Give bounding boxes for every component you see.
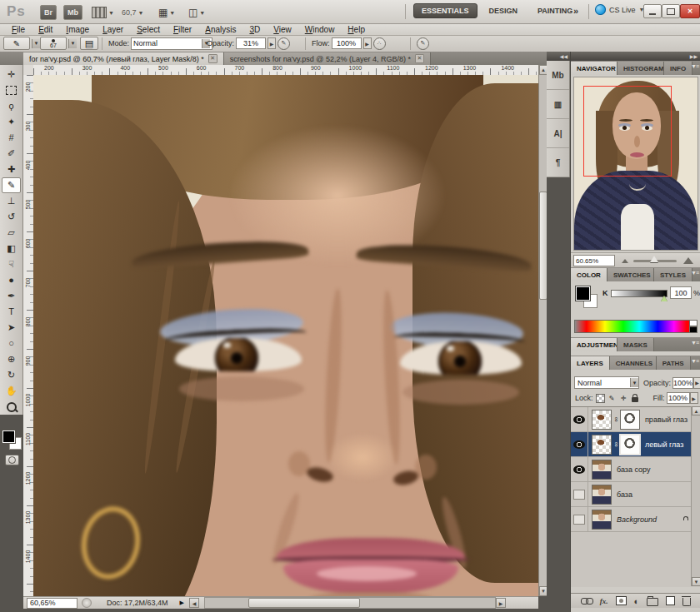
layers-fill-arrow[interactable]: ▶	[690, 392, 698, 404]
layer-row[interactable]: Background	[571, 507, 700, 532]
layers-blend-mode-select[interactable]: Normal ▼	[574, 376, 639, 389]
dock-collapse-button[interactable]: ◀◀	[547, 52, 570, 61]
k-channel-slider[interactable]	[611, 290, 668, 297]
layer-mask-thumbnail[interactable]	[620, 410, 640, 430]
maximize-button[interactable]	[662, 4, 680, 18]
crop-tool[interactable]: #	[2, 130, 21, 146]
layer-visibility-toggle[interactable]	[571, 507, 588, 531]
paragraph-panel-icon[interactable]: ¶	[547, 148, 569, 177]
layer-thumbnail[interactable]	[592, 435, 612, 455]
3d-rotate-tool[interactable]: ⊕	[2, 351, 21, 367]
layer-visibility-toggle[interactable]	[571, 457, 588, 481]
horizontal-scrollbar-thumb[interactable]	[248, 598, 360, 608]
layer-visibility-toggle[interactable]	[571, 432, 588, 456]
opacity-slider-arrow[interactable]: ▶	[268, 37, 276, 49]
brush-tool[interactable]: ✎	[2, 177, 21, 193]
lock-paint-icon[interactable]: ✎	[608, 394, 617, 403]
panel-tab-channels[interactable]: CHANNELS	[610, 356, 657, 370]
add-layer-mask-icon[interactable]	[616, 596, 627, 605]
layer-row[interactable]: ∞левый глаз	[571, 432, 700, 457]
panel-dock-collapse-button[interactable]: ▶▶	[571, 52, 700, 61]
menu-filter[interactable]: Filter	[167, 24, 198, 35]
eraser-tool[interactable]: ▱	[2, 225, 21, 241]
launch-minibridge-button[interactable]: Mb	[63, 5, 82, 20]
lock-position-icon[interactable]: ✛	[619, 394, 628, 403]
workspace-overflow-button[interactable]: »	[573, 6, 578, 16]
layer-thumbnail[interactable]	[592, 410, 612, 430]
layer-row[interactable]: ∞правый глаз	[571, 407, 700, 432]
panel-tab-paths[interactable]: PATHS	[657, 356, 691, 370]
tablet-pressure-opacity-icon[interactable]: ✎	[278, 37, 290, 50]
view-extras-button[interactable]: ▼	[88, 5, 118, 20]
layer-mask-thumbnail[interactable]	[620, 435, 640, 455]
ellipse-tool[interactable]: ○	[2, 336, 21, 351]
link-layers-icon[interactable]	[581, 598, 592, 604]
menu-help[interactable]: Help	[341, 24, 372, 35]
menu-layer[interactable]: Layer	[96, 24, 130, 35]
zoom-tool[interactable]	[2, 399, 21, 415]
cs-live-button[interactable]: CS Live ▼	[595, 4, 644, 15]
flow-input[interactable]: 100%	[332, 37, 362, 49]
tablet-pressure-size-button[interactable]: ✎	[417, 37, 429, 49]
document-tab[interactable]: screenshots for na'vy.psd @ 52,2% (Layer…	[224, 52, 431, 65]
toggle-brush-panel-button[interactable]: ▤	[80, 37, 98, 49]
move-tool[interactable]: ✛	[2, 67, 21, 82]
layers-opacity-arrow[interactable]: ▶	[693, 377, 700, 389]
workspace-design[interactable]: DESIGN	[481, 3, 527, 18]
panel-tab-swatches[interactable]: SWATCHES	[608, 268, 654, 281]
panel-tab-navigator[interactable]: NAVIGATOR	[571, 62, 618, 75]
document-tab[interactable]: for na'vy.psd @ 60,7% (левый глаз, Layer…	[23, 52, 224, 65]
delete-layer-icon[interactable]	[682, 596, 691, 606]
dodge-tool[interactable]: ●	[2, 272, 21, 288]
workspace-essentials[interactable]: ESSENTIALS	[413, 3, 478, 18]
lasso-tool[interactable]: ϙ	[2, 98, 21, 114]
3d-orbit-tool[interactable]: ↻	[2, 367, 21, 383]
hand-tool[interactable]: ✋	[2, 383, 21, 399]
new-group-icon[interactable]	[647, 595, 658, 606]
close-tab-icon[interactable]: ✕	[208, 54, 218, 63]
launch-bridge-button[interactable]: Br	[40, 5, 57, 20]
layer-style-icon[interactable]: fx.	[600, 597, 608, 605]
menu-3d[interactable]: 3D	[242, 24, 267, 35]
layer-row[interactable]: база copy	[571, 457, 700, 482]
menu-analysis[interactable]: Analysis	[198, 24, 242, 35]
k-channel-slider-thumb[interactable]	[661, 296, 668, 301]
navigator-view-box[interactable]	[583, 86, 672, 177]
eyedropper-tool[interactable]: ✐	[2, 146, 21, 162]
flow-slider-arrow[interactable]: ▶	[363, 37, 372, 49]
navigator-thumbnail[interactable]	[574, 77, 698, 250]
scroll-left-icon[interactable]: ◀	[189, 598, 199, 608]
layer-thumbnail[interactable]	[592, 510, 612, 530]
tool-preset-picker[interactable]: ✎ ▼	[3, 37, 40, 49]
pen-tool[interactable]: ✒	[2, 288, 21, 304]
layer-visibility-toggle[interactable]	[571, 407, 588, 431]
type-tool[interactable]: T	[2, 304, 21, 320]
clone-source-panel-icon[interactable]: ▥	[547, 90, 569, 119]
navigator-zoom-input[interactable]: 60.65%	[573, 255, 615, 266]
adjustment-layer-icon[interactable]: ◐	[634, 596, 640, 606]
zoom-level-button[interactable]: 60,7 ▼	[118, 5, 147, 20]
arrange-documents-button[interactable]: ▦ ▼	[155, 5, 178, 20]
panel-tab-styles[interactable]: STYLES	[654, 268, 692, 281]
scroll-down-icon[interactable]: ▼	[692, 577, 700, 586]
horizontal-scrollbar[interactable]	[204, 597, 496, 609]
document-size-info[interactable]: Doc: 17,2M/63,4M	[107, 599, 168, 607]
history-brush-tool[interactable]: ↺	[2, 209, 21, 225]
character-panel-icon[interactable]: A|	[547, 119, 569, 148]
brush-picker[interactable]: 67 ▼	[40, 37, 77, 49]
foreground-color-swatch[interactable]	[576, 286, 590, 301]
k-channel-input[interactable]: 100	[670, 286, 692, 299]
mini-bridge-panel-icon[interactable]: Mb	[547, 61, 569, 90]
menu-window[interactable]: Window	[298, 24, 342, 35]
panel-tab-info[interactable]: INFO	[664, 62, 692, 75]
gradient-tool[interactable]: ◧	[2, 241, 21, 256]
rectangular-marquee-tool[interactable]	[2, 82, 21, 98]
close-button[interactable]: ✕	[680, 4, 700, 18]
panel-tab-adjustments[interactable]: ADJUSTMENTS	[571, 338, 618, 351]
panel-tab-histogram[interactable]: HISTOGRAM	[618, 62, 664, 75]
layer-thumbnail[interactable]	[592, 460, 612, 480]
panel-tab-masks[interactable]: MASKS	[618, 338, 654, 351]
status-menu-arrow-icon[interactable]: ▶	[180, 600, 184, 606]
close-tab-icon[interactable]: ✕	[415, 54, 424, 63]
menu-file[interactable]: File	[5, 24, 32, 35]
